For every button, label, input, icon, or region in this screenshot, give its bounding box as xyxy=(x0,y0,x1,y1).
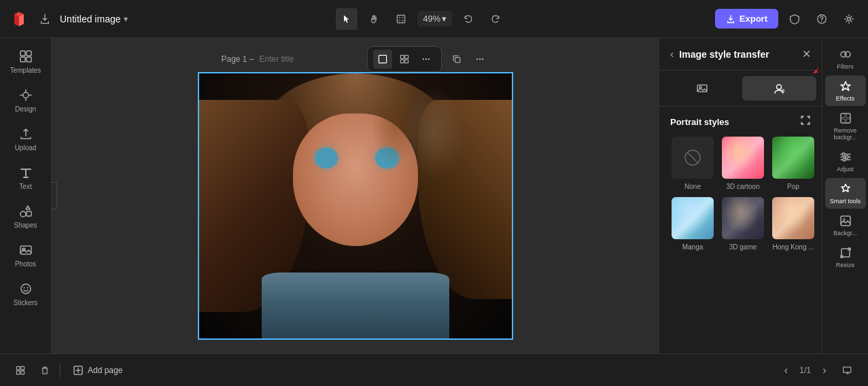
frame-tool[interactable] xyxy=(390,8,412,30)
svg-point-13 xyxy=(21,284,31,294)
svg-point-21 xyxy=(422,58,423,60)
page-title-input[interactable] xyxy=(260,54,362,64)
tool-resize[interactable]: Resize xyxy=(825,242,866,273)
sidebar-templates-label: Templates xyxy=(10,67,41,74)
title-chevron-icon: ▾ xyxy=(124,14,128,24)
tool-filters[interactable]: Filters xyxy=(825,43,866,74)
svg-rect-0 xyxy=(398,15,405,22)
panel-tabs xyxy=(659,71,822,107)
panel-close-button[interactable]: ✕ xyxy=(802,48,811,60)
panel-title: Image style transfer xyxy=(679,49,769,60)
tool-smart-tools[interactable]: Smart tools xyxy=(825,178,866,209)
style-thumb-3dcartoon xyxy=(721,135,765,180)
sidebar-shapes-label: Shapes xyxy=(14,222,37,229)
zoom-chevron-icon: ▾ xyxy=(442,14,447,24)
style-item-3dcartoon[interactable]: 3D cartoon xyxy=(721,135,765,190)
help-icon[interactable] xyxy=(811,8,833,30)
panel-back-button[interactable]: ‹ xyxy=(670,48,674,60)
more-options-btn[interactable] xyxy=(417,50,436,69)
page-label: Page 1 – xyxy=(221,54,254,64)
copy-page-btn[interactable] xyxy=(447,50,466,69)
panel-tab-portrait[interactable] xyxy=(742,76,817,101)
sidebar-item-photos[interactable]: Photos xyxy=(4,237,48,273)
sidebar-item-upload[interactable]: Upload xyxy=(4,121,48,157)
tool-effects-label: Effects xyxy=(836,95,854,102)
svg-rect-5 xyxy=(27,51,31,56)
prev-page-btn[interactable]: ‹ xyxy=(778,362,794,379)
svg-point-22 xyxy=(425,58,426,60)
svg-rect-43 xyxy=(16,366,20,370)
style-label-3dcartoon: 3D cartoon xyxy=(727,183,760,190)
topbar: Untitled image ▾ 49% ▾ xyxy=(0,0,868,38)
add-page-button[interactable]: Add page xyxy=(66,362,129,379)
svg-rect-6 xyxy=(20,57,25,62)
collapse-handle[interactable]: › xyxy=(52,182,57,209)
grid-bottom-btn[interactable] xyxy=(11,361,30,380)
topbar-center: 49% ▾ xyxy=(133,8,710,30)
title-group[interactable]: Untitled image ▾ xyxy=(60,14,128,24)
canvas-area: Page 1 – xyxy=(52,38,659,353)
frame-view-btn[interactable] xyxy=(373,50,392,69)
tool-effects[interactable]: Effects xyxy=(825,75,866,106)
tool-adjust-label: Adjust xyxy=(837,166,854,173)
canvas-frame[interactable] xyxy=(198,72,513,340)
svg-rect-40 xyxy=(841,216,850,226)
sidebar-item-design[interactable]: Design xyxy=(4,82,48,118)
cursor-tool[interactable] xyxy=(336,8,358,30)
save-icon[interactable] xyxy=(35,10,54,29)
canvas-toolbar xyxy=(367,46,442,72)
style-item-3dgame[interactable]: 3D game xyxy=(721,196,765,251)
svg-rect-36 xyxy=(841,113,850,123)
style-item-manga[interactable]: Manga xyxy=(670,196,715,251)
export-button[interactable]: Export xyxy=(715,9,778,29)
sidebar-item-shapes[interactable]: Shapes xyxy=(4,198,48,234)
style-item-hongkong[interactable]: Hong Kong ... xyxy=(771,196,816,251)
panel-header-left: ‹ Image style transfer xyxy=(670,48,769,60)
grid-view-btn[interactable] xyxy=(395,50,414,69)
svg-rect-28 xyxy=(697,85,707,92)
shield-icon[interactable] xyxy=(784,8,805,30)
red-arrow xyxy=(806,64,820,80)
delete-btn[interactable] xyxy=(35,361,54,380)
bottom-divider xyxy=(60,364,60,377)
sidebar-item-templates[interactable]: Templates xyxy=(4,43,48,80)
style-thumb-manga xyxy=(670,196,715,241)
svg-point-38 xyxy=(846,156,848,158)
svg-rect-44 xyxy=(21,366,24,370)
redo-button[interactable] xyxy=(485,8,506,30)
undo-button[interactable] xyxy=(457,8,479,30)
svg-point-37 xyxy=(842,153,845,156)
style-label-manga: Manga xyxy=(682,243,704,251)
svg-rect-10 xyxy=(27,211,31,216)
add-page-label: Add page xyxy=(88,366,122,375)
tool-remove-bg[interactable]: Remove backgr... xyxy=(825,107,866,145)
style-label-pop: Pop xyxy=(787,183,799,190)
zoom-control[interactable]: 49% ▾ xyxy=(417,11,452,27)
sidebar-photos-label: Photos xyxy=(15,260,36,268)
panel-tab-image[interactable] xyxy=(665,76,740,101)
style-item-none[interactable]: None xyxy=(670,135,715,190)
sidebar-item-text[interactable]: Text xyxy=(4,160,48,196)
svg-rect-11 xyxy=(20,246,31,254)
tool-smart-tools-label: Smart tools xyxy=(830,198,861,205)
export-label: Export xyxy=(740,14,767,24)
svg-rect-19 xyxy=(400,60,404,63)
logo[interactable] xyxy=(8,8,30,30)
tool-remove-bg-label: Remove backgr... xyxy=(828,127,863,141)
page-more-btn[interactable] xyxy=(470,50,489,69)
tool-adjust[interactable]: Adjust xyxy=(825,146,866,177)
next-page-btn[interactable]: › xyxy=(816,362,833,379)
present-btn[interactable] xyxy=(838,361,857,380)
settings-icon[interactable] xyxy=(838,8,860,30)
tool-background[interactable]: Backgr... xyxy=(825,210,866,241)
panel-header: ‹ Image style transfer ✕ xyxy=(659,38,822,71)
expand-icon[interactable] xyxy=(800,115,811,128)
sidebar-item-stickers[interactable]: Stickers xyxy=(4,276,48,312)
style-item-pop[interactable]: Pop xyxy=(771,135,816,190)
hand-tool[interactable] xyxy=(363,8,385,30)
page-actions xyxy=(447,50,489,69)
section-title: Portrait styles xyxy=(670,117,729,127)
svg-rect-7 xyxy=(27,57,31,62)
tool-resize-label: Resize xyxy=(836,262,855,268)
left-sidebar: Templates Design Upload Text xyxy=(0,38,52,353)
